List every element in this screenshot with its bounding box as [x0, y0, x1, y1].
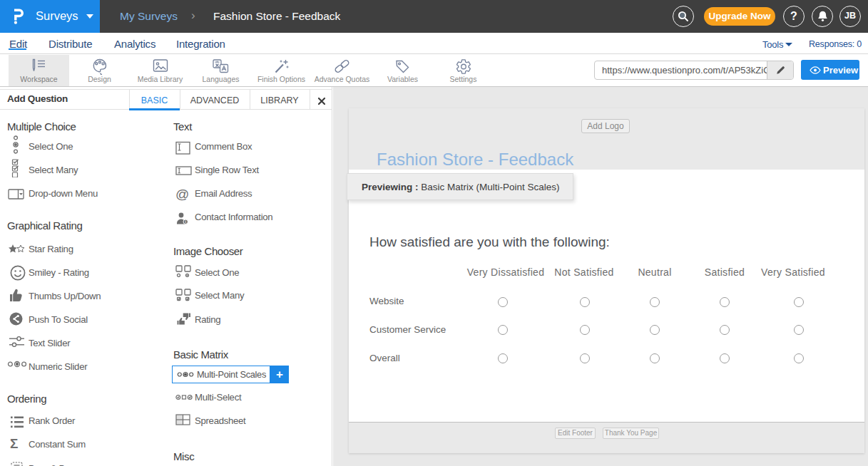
svg-text:i: i — [185, 220, 186, 224]
